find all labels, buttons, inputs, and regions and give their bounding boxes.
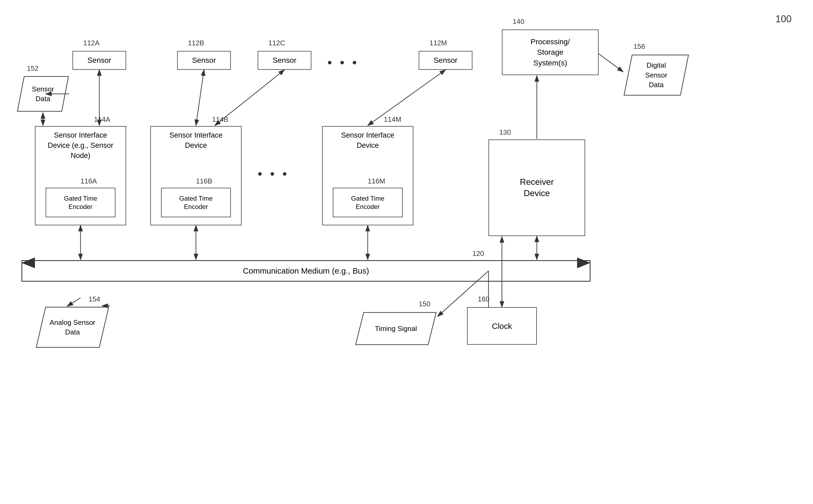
label-156: 156 [634, 42, 645, 51]
label-116a: 116A [80, 177, 97, 185]
label-114a: 114A [94, 115, 110, 124]
arrows-svg [0, 0, 813, 504]
svg-line-10 [196, 70, 204, 126]
sensor-c-box: Sensor [258, 51, 311, 70]
svg-line-20 [599, 54, 623, 72]
label-120: 120 [473, 249, 484, 258]
label-112b: 112B [188, 39, 204, 47]
diagram-container: 100 Sensor 112A Sensor 112B Sensor 112C … [0, 0, 813, 504]
label-112a: 112A [83, 39, 100, 47]
comm-medium-bar: Communication Medium (e.g., Bus) [21, 260, 591, 282]
sensor-b-box: Sensor [177, 51, 231, 70]
gte-m-box: Gated TimeEncoder [333, 188, 402, 217]
timing-signal-para: Timing Signal [354, 311, 438, 346]
analog-sensor-para: Analog SensorData [35, 306, 110, 349]
dots-sensors: • • • [327, 55, 359, 70]
label-114b: 114B [212, 115, 228, 124]
processing-box: Processing/StorageSystem(s) [502, 30, 599, 75]
digital-sensor-para: DigitalSensorData [623, 54, 690, 97]
label-160: 160 [478, 295, 489, 303]
clock-box: Clock [467, 307, 537, 345]
label-150: 150 [419, 300, 430, 308]
svg-line-12 [368, 70, 446, 126]
figure-number: 100 [775, 13, 792, 25]
gte-a-box: Gated TimeEncoder [46, 188, 115, 217]
sensor-data-para: SensorData [16, 75, 70, 113]
receiver-box: ReceiverDevice [489, 139, 585, 236]
gte-b-box: Gated TimeEncoder [161, 188, 231, 217]
label-140: 140 [513, 17, 524, 26]
label-116m: 116M [368, 177, 385, 185]
label-116b: 116B [196, 177, 212, 185]
sensor-a-box: Sensor [72, 51, 126, 70]
label-114m: 114M [384, 115, 401, 124]
label-112c: 112C [268, 39, 285, 47]
label-152: 152 [27, 64, 38, 73]
label-130: 130 [499, 128, 511, 137]
svg-line-21 [67, 298, 80, 306]
label-154: 154 [89, 295, 100, 303]
sensor-m-box: Sensor [419, 51, 473, 70]
label-112m: 112M [430, 39, 447, 47]
dots-sids: • • • [258, 166, 289, 181]
